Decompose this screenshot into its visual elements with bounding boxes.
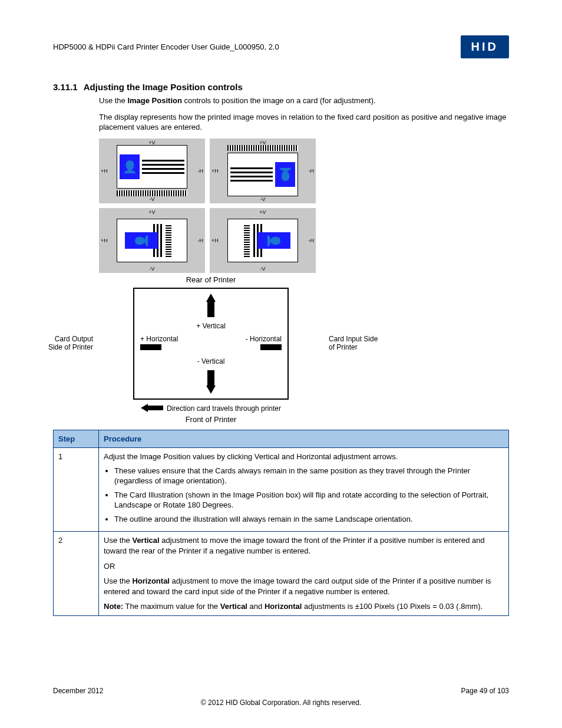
- section-heading: 3.11.1 Adjusting the Image Position cont…: [53, 82, 509, 92]
- card-orientation-2: +V -V +H -H 👤: [210, 139, 316, 203]
- para-2: The display represents how the printed i…: [99, 112, 509, 133]
- col-procedure: Procedure: [99, 430, 509, 448]
- card-input-label: Card Input Side of Printer: [329, 335, 382, 352]
- section-title: Adjusting the Image Position controls: [84, 82, 243, 92]
- image-position-diagram: +V -V +H -H 👤 +V -V +H -H: [99, 139, 323, 424]
- section-number: 3.11.1: [53, 82, 78, 92]
- front-label: Front of Printer: [99, 415, 323, 424]
- footer-page: Page 49 of 103: [461, 687, 509, 695]
- card-output-label: Card Output Side of Printer: [40, 335, 93, 352]
- table-row: 1 Adjust the Image Position values by cl…: [54, 448, 509, 532]
- table-row: 2 Use the Vertical adjustment to move th…: [54, 532, 509, 615]
- footer-date: December 2012: [53, 687, 103, 695]
- person-icon: 👤: [120, 154, 140, 179]
- hid-logo-icon: HID: [461, 35, 509, 58]
- direction-diagram: Card Output Side of Printer Card Input S…: [99, 288, 323, 424]
- barcode-icon: [244, 224, 250, 257]
- arrow-down-icon: [206, 370, 216, 394]
- intro-para: Use the Image Position controls to posit…: [99, 95, 509, 106]
- footer-copyright: © 2012 HID Global Corporation. All right…: [53, 699, 509, 707]
- person-icon: 👤: [125, 232, 158, 249]
- rear-label: Rear of Printer: [99, 275, 323, 284]
- procedure-table: Step Procedure 1 Adjust the Image Positi…: [53, 430, 509, 616]
- person-icon: 👤: [257, 232, 290, 249]
- card-orientation-3: +V -V +H -H 👤: [99, 208, 205, 273]
- bar-right-icon: [260, 344, 282, 350]
- barcode-icon: [227, 145, 298, 151]
- page-footer: December 2012 Page 49 of 103 © 2012 HID …: [53, 687, 509, 707]
- card-orientation-4: +V -V +H -H 👤: [210, 208, 316, 273]
- arrow-left-icon: [141, 404, 163, 412]
- page-header: HDP5000 & HDPii Card Printer Encoder Use…: [53, 35, 509, 58]
- bar-left-icon: [140, 344, 161, 350]
- arrow-up-icon: [206, 294, 216, 317]
- barcode-icon: [117, 190, 187, 196]
- col-step: Step: [54, 430, 99, 448]
- doc-title: HDP5000 & HDPii Card Printer Encoder Use…: [53, 42, 279, 51]
- person-icon: 👤: [275, 162, 295, 187]
- card-orientation-1: +V -V +H -H 👤: [99, 139, 205, 203]
- barcode-icon: [166, 224, 171, 257]
